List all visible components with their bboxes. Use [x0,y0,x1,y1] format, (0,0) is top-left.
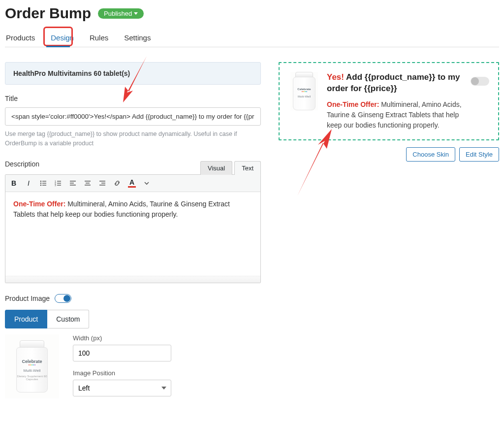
editor-tab-visual[interactable]: Visual [200,161,232,175]
svg-text:3: 3 [55,184,56,187]
toolbar-more-button[interactable] [139,176,154,191]
svg-point-4 [40,184,42,186]
preview-desc-prefix: One-Time Offer: [327,100,379,108]
product-thumbnail[interactable]: Celebrate Multi-Well Dietary Supplement … [5,334,59,398]
link-button[interactable] [110,176,125,191]
svg-rect-13 [70,183,74,184]
align-left-button[interactable] [65,176,80,191]
svg-rect-17 [85,185,91,186]
chevron-down-icon [134,12,138,15]
editor-toolbar: B I 123 [5,175,260,192]
sub-tab-product[interactable]: Product [5,310,47,328]
product-image-label: Product Image [5,294,50,302]
svg-rect-18 [99,181,105,182]
svg-rect-16 [86,183,90,184]
editor-content[interactable]: One-Time Offer: Multimineral, Amino Acid… [5,192,260,276]
bottle-name: Multi-Well [24,368,41,373]
bottle-sub: Dietary Supplement 60 Capsules [17,375,47,381]
svg-rect-3 [42,183,46,183]
width-input[interactable] [73,345,171,361]
sub-tab-custom[interactable]: Custom [47,310,89,328]
title-label: Title [5,95,261,102]
description-label: Description [5,160,39,168]
tab-rules[interactable]: Rules [89,30,109,47]
main-tabs: Products Design Rules Settings [5,30,499,47]
page-title: Order Bump [5,5,91,22]
svg-rect-5 [42,185,46,185]
align-right-button[interactable] [95,176,110,191]
svg-rect-19 [101,183,105,184]
active-tab-underline [46,46,70,47]
rich-text-editor: B I 123 [5,174,261,283]
align-center-button[interactable] [80,176,95,191]
preview-heading-red: Yes! [327,72,344,82]
svg-rect-9 [57,183,61,183]
chevron-down-icon [161,387,166,390]
desc-prefix: One-Time Offer: [13,200,65,208]
preview-product-image: Celebrate Multi-Well [290,72,318,110]
tab-products[interactable]: Products [5,30,36,47]
status-label: Published [104,10,132,17]
position-select[interactable] [73,380,171,396]
svg-rect-1 [42,181,46,181]
annotation-highlight [43,27,73,46]
bullet-list-button[interactable] [36,176,51,191]
preview-bottle-brand: Celebrate [297,88,311,91]
product-header: HealthPro Multivitamins 60 tablet(s) [5,62,261,85]
editor-resize-handle[interactable] [5,276,260,283]
preview-bottle-name: Multi-Well [298,95,311,98]
svg-point-0 [40,180,42,182]
svg-rect-14 [70,185,76,186]
svg-rect-15 [85,181,91,182]
svg-rect-20 [99,185,105,186]
svg-rect-7 [57,181,61,181]
edit-style-button[interactable]: Edit Style [459,147,499,162]
preview-panel: Celebrate Multi-Well Yes! Add {{product_… [279,62,499,140]
page-header: Order Bump Published [5,5,499,22]
preview-heading-rest: Add {{product_name}} to my order for {{p… [327,72,460,93]
text-color-button[interactable]: A [125,176,139,191]
svg-rect-12 [70,181,76,182]
svg-point-2 [40,182,42,184]
svg-rect-11 [57,185,61,185]
bottle-brand: Celebrate [22,359,42,364]
title-help: Use merge tag {{product_name}} to show p… [5,130,261,148]
editor-tab-text[interactable]: Text [234,161,261,175]
width-label: Width (px) [73,334,171,342]
tab-settings[interactable]: Settings [123,30,152,47]
bold-button[interactable]: B [6,176,21,191]
italic-button[interactable]: I [21,176,36,191]
choose-skin-button[interactable]: Choose Skin [406,147,455,162]
product-image-toggle[interactable] [55,294,71,303]
numbered-list-button[interactable]: 123 [51,176,65,191]
preview-heading: Yes! Add {{product_name}} to my order fo… [327,72,463,95]
preview-description: One-Time Offer: Multimineral, Amino Acid… [327,99,463,131]
status-badge[interactable]: Published [98,8,144,19]
title-input[interactable] [5,107,261,126]
preview-accept-toggle[interactable] [471,77,489,86]
position-label: Image Position [73,369,171,377]
